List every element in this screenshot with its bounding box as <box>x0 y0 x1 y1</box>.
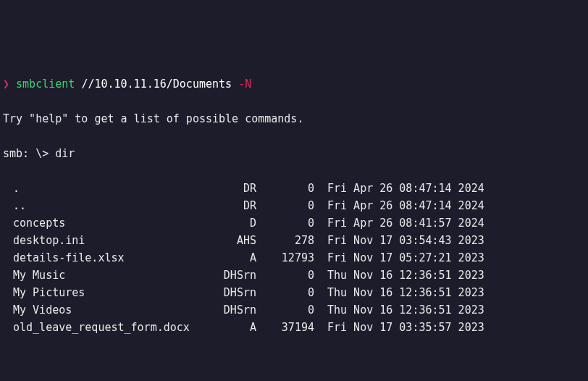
listing-row: details-file.xlsxA12793Fri Nov 17 05:27:… <box>3 249 585 267</box>
file-name: concepts <box>3 214 198 232</box>
file-attributes: D <box>198 214 256 232</box>
smb-dir-line[interactable]: smb: \> dir <box>3 145 585 162</box>
listing-row: My MusicDHSrn0Thu Nov 16 12:36:51 2023 <box>3 267 585 284</box>
file-name: My Pictures <box>3 284 198 301</box>
command-flag: -N <box>238 78 251 91</box>
file-size: 278 <box>256 232 314 249</box>
file-name: details-file.xlsx <box>3 249 198 267</box>
listing-row: ..DR0Fri Apr 26 08:47:14 2024 <box>3 197 585 214</box>
file-name: . <box>3 180 198 197</box>
file-attributes: A <box>198 249 256 267</box>
listing-row: old_leave_request_form.docxA37194Fri Nov… <box>3 319 585 336</box>
file-date: Thu Nov 16 12:36:51 2023 <box>314 267 484 284</box>
smb-prompt: smb: \> <box>3 147 49 160</box>
file-name: .. <box>3 197 198 214</box>
file-attributes: DR <box>198 180 256 197</box>
file-size: 0 <box>256 284 314 301</box>
file-date: Fri Apr 26 08:47:14 2024 <box>314 180 484 197</box>
listing-row: My PicturesDHSrn0Thu Nov 16 12:36:51 202… <box>3 284 585 301</box>
listing-row: conceptsD0Fri Apr 26 08:41:57 2024 <box>3 214 585 232</box>
file-name: My Videos <box>3 301 198 319</box>
file-date: Fri Nov 17 05:27:21 2023 <box>314 249 484 267</box>
file-date: Thu Nov 16 12:36:51 2023 <box>314 301 484 319</box>
file-date: Fri Apr 26 08:47:14 2024 <box>314 197 484 214</box>
file-size: 12793 <box>256 249 314 267</box>
blank-line <box>3 353 585 371</box>
file-size: 0 <box>256 197 314 214</box>
listing-row: My VideosDHSrn0Thu Nov 16 12:36:51 2023 <box>3 301 585 319</box>
file-size: 0 <box>256 214 314 232</box>
listing-row: .DR0Fri Apr 26 08:47:14 2024 <box>3 180 585 197</box>
file-name: desktop.ini <box>3 232 198 249</box>
command-target: //10.10.11.16/Documents <box>81 78 232 91</box>
directory-listing: .DR0Fri Apr 26 08:47:14 2024..DR0Fri Apr… <box>3 180 585 336</box>
file-attributes: DR <box>198 197 256 214</box>
file-size: 0 <box>256 267 314 284</box>
file-date: Fri Nov 17 03:35:57 2023 <box>314 319 484 336</box>
file-size: 0 <box>256 301 314 319</box>
command-line[interactable]: ❯ smbclient //10.10.11.16/Documents -N <box>3 75 585 93</box>
file-date: Fri Apr 26 08:41:57 2024 <box>314 214 484 232</box>
file-date: Fri Nov 17 03:54:43 2023 <box>314 232 484 249</box>
file-attributes: A <box>198 319 256 336</box>
file-name: My Music <box>3 267 198 284</box>
file-name: old_leave_request_form.docx <box>3 319 198 336</box>
help-message: Try "help" to get a list of possible com… <box>3 110 585 127</box>
file-size: 37194 <box>256 319 314 336</box>
command-name: smbclient <box>16 78 75 91</box>
file-attributes: DHSrn <box>198 267 256 284</box>
listing-row: desktop.iniAHS278Fri Nov 17 03:54:43 202… <box>3 232 585 249</box>
file-date: Thu Nov 16 12:36:51 2023 <box>314 284 484 301</box>
file-size: 0 <box>256 180 314 197</box>
file-attributes: DHSrn <box>198 301 256 319</box>
file-attributes: AHS <box>198 232 256 249</box>
dir-command: dir <box>55 147 75 160</box>
file-attributes: DHSrn <box>198 284 256 301</box>
prompt-symbol: ❯ <box>3 78 9 91</box>
